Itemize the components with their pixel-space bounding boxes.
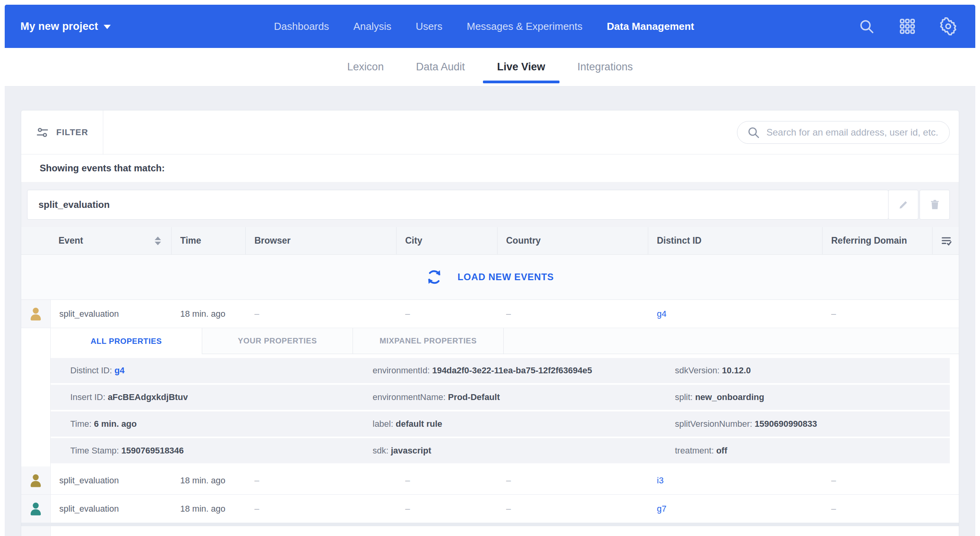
filter-spacer: [103, 110, 737, 154]
event-row-end: [932, 495, 960, 523]
topbar: My new project Dashboards Analysis Users…: [5, 5, 975, 48]
properties-grid: Distinct ID: g4 environmentId: 194da2f0-…: [51, 354, 959, 463]
pencil-icon: [898, 199, 909, 211]
live-view-page: FILTER Showing events that match: split_…: [5, 86, 975, 536]
user-avatar-cell: [21, 300, 51, 328]
column-header-distinct-id[interactable]: Distinct ID: [648, 227, 823, 254]
filter-button[interactable]: FILTER: [21, 110, 103, 154]
top-navigation: Dashboards Analysis Users Messages & Exp…: [274, 20, 694, 33]
gear-icon[interactable]: [939, 17, 957, 35]
event-distinct-id-link[interactable]: g4: [648, 300, 823, 328]
event-row[interactable]: split_evaluation 18 min. ago – – – g7 –: [21, 495, 959, 523]
event-browser: –: [246, 466, 397, 494]
project-name: My new project: [20, 20, 98, 33]
property: treatment: off: [675, 446, 950, 456]
project-switcher[interactable]: My new project: [20, 20, 111, 33]
column-header-browser[interactable]: Browser: [246, 227, 397, 254]
tabs-filler: [504, 328, 959, 354]
nav-item-data-management[interactable]: Data Management: [607, 20, 695, 33]
search-icon: [747, 126, 760, 139]
user-avatar-cell: [21, 466, 51, 494]
search-icon[interactable]: [858, 17, 876, 35]
property: environmentName: Prod-Default: [373, 392, 675, 402]
property-row: Distinct ID: g4 environmentId: 194da2f0-…: [51, 358, 950, 383]
event-name: split_evaluation: [51, 495, 172, 523]
app-root: My new project Dashboards Analysis Users…: [0, 0, 980, 536]
distinct-id-value-link[interactable]: g4: [114, 365, 124, 375]
tab-live-view[interactable]: Live View: [497, 48, 545, 86]
property: split: new_onboarding: [675, 392, 950, 402]
column-list-check-icon: [940, 234, 953, 248]
tab-lexicon[interactable]: Lexicon: [347, 48, 384, 86]
property: environmentId: 194da2f0-3e22-11ea-ba75-1…: [373, 365, 675, 376]
chevron-down-icon: [104, 25, 111, 29]
tab-mixpanel-properties[interactable]: MIXPANEL PROPERTIES: [353, 328, 504, 354]
property: Time Stamp: 1590769518346: [70, 446, 373, 456]
event-country: –: [497, 300, 648, 328]
event-city: –: [397, 466, 497, 494]
event-city: –: [397, 495, 497, 523]
event-time: 18 min. ago: [172, 495, 246, 523]
property-row: Insert ID: aFcBEAdgxkdjBtuv environmentN…: [51, 385, 950, 410]
user-avatar-cell: [21, 495, 51, 523]
event-name: split_evaluation: [51, 300, 172, 328]
event-browser: –: [246, 300, 397, 328]
detail-spacer: [21, 328, 51, 466]
refresh-icon: [426, 269, 442, 285]
tab-all-properties[interactable]: ALL PROPERTIES: [51, 328, 202, 354]
property: sdkVersion: 10.12.0: [675, 365, 950, 376]
search-input[interactable]: [766, 127, 940, 138]
filter-row: FILTER: [21, 110, 959, 154]
sliders-icon: [36, 126, 49, 139]
tab-integrations[interactable]: Integrations: [578, 48, 633, 86]
properties-tabs: ALL PROPERTIES YOUR PROPERTIES MIXPANEL …: [51, 328, 959, 354]
event-referring-domain: –: [823, 495, 932, 523]
horizontal-scrollbar-track[interactable]: [21, 523, 959, 526]
person-icon: [27, 500, 44, 518]
property: label: default rule: [373, 419, 675, 429]
event-name: split_evaluation: [51, 466, 172, 494]
property: splitVersionNumber: 1590690990833: [675, 419, 950, 429]
event-referring-domain: –: [823, 466, 932, 494]
tab-your-properties[interactable]: YOUR PROPERTIES: [202, 328, 353, 354]
column-header-referring-domain[interactable]: Referring Domain: [823, 227, 932, 254]
property: Distinct ID: g4: [70, 365, 373, 376]
edit-filter-button[interactable]: [888, 190, 918, 220]
event-row[interactable]: split_evaluation 18 min. ago – – – i3 –: [21, 466, 959, 495]
property-row: Time Stamp: 1590769518346 sdk: javascrip…: [51, 438, 950, 463]
column-header-time[interactable]: Time: [172, 227, 246, 254]
nav-item-users[interactable]: Users: [416, 20, 442, 33]
person-icon: [27, 472, 44, 489]
event-filter-value[interactable]: split_evaluation: [27, 190, 889, 220]
delete-filter-button[interactable]: [920, 190, 950, 220]
column-settings-button[interactable]: [932, 227, 960, 254]
nav-item-messages-experiments[interactable]: Messages & Experiments: [467, 20, 583, 33]
sort-icon[interactable]: [155, 237, 161, 245]
event-time: 18 min. ago: [172, 466, 246, 494]
event-browser: –: [246, 495, 397, 523]
user-avatar-cell: [21, 526, 51, 536]
tab-data-audit[interactable]: Data Audit: [416, 48, 465, 86]
column-header-country[interactable]: Country: [497, 227, 648, 254]
event-country: –: [497, 466, 648, 494]
data-management-subnav: Lexicon Data Audit Live View Integration…: [5, 48, 975, 86]
match-row: Showing events that match:: [21, 154, 959, 182]
event-row-end: [932, 300, 960, 328]
match-heading: Showing events that match:: [40, 163, 165, 174]
event-row[interactable]: [21, 526, 959, 536]
apps-grid-icon[interactable]: [898, 17, 916, 35]
user-search: [737, 121, 950, 144]
person-icon: [27, 305, 44, 323]
nav-item-analysis[interactable]: Analysis: [353, 20, 391, 33]
event-row[interactable]: split_evaluation 18 min. ago – – – g4 –: [21, 300, 959, 328]
nav-item-dashboards[interactable]: Dashboards: [274, 20, 329, 33]
event-city: –: [397, 300, 497, 328]
event-distinct-id-link[interactable]: i3: [648, 466, 823, 494]
column-header-city[interactable]: City: [397, 227, 497, 254]
load-new-events-button[interactable]: LOAD NEW EVENTS: [21, 255, 959, 300]
load-new-events-label: LOAD NEW EVENTS: [457, 272, 554, 283]
property: Insert ID: aFcBEAdgxkdjBtuv: [70, 392, 373, 402]
event-distinct-id-link[interactable]: g7: [648, 495, 823, 523]
event-referring-domain: –: [823, 300, 932, 328]
column-header-event[interactable]: Event: [21, 227, 172, 254]
